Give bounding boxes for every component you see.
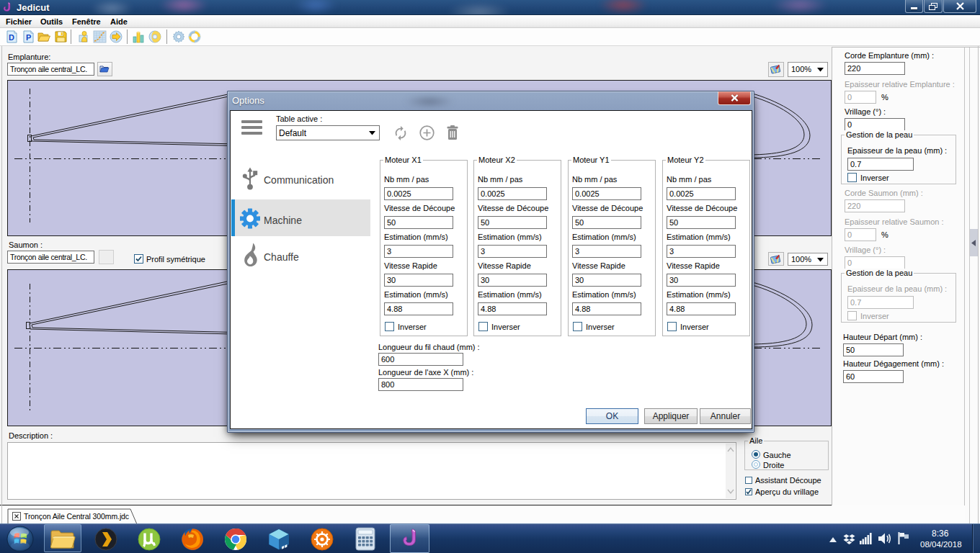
svg-text:D: D [9,33,14,42]
svg-text:P: P [26,33,31,42]
